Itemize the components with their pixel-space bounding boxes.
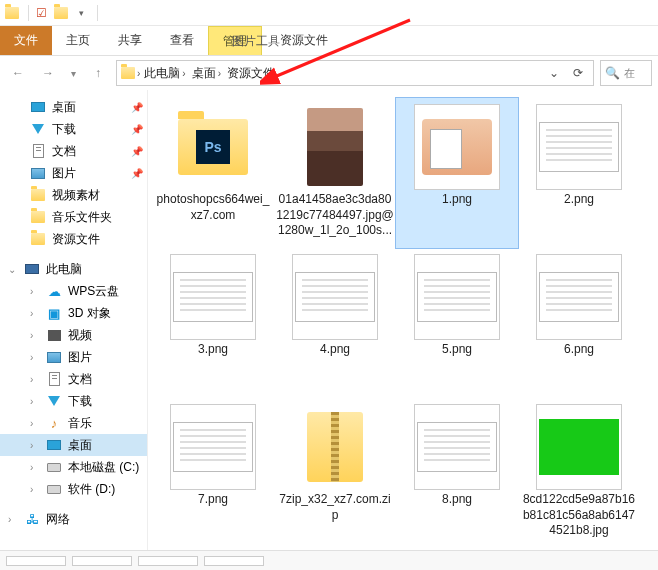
breadcrumb-item[interactable]: 此电脑› <box>142 65 187 82</box>
sidebar-item[interactable]: 资源文件 <box>0 228 147 250</box>
expand-icon[interactable]: › <box>30 308 40 319</box>
nav-up-button[interactable]: ↑ <box>86 61 110 85</box>
file-item[interactable]: 7.png <box>152 398 274 548</box>
file-thumbnail <box>536 254 622 340</box>
sidebar-item[interactable]: ›▣3D 对象 <box>0 302 147 324</box>
file-item[interactable]: Psphotoshopcs664wei_xz7.com <box>152 98 274 248</box>
sidebar-network[interactable]: › 🖧 网络 <box>0 508 147 530</box>
sidebar-label: 文档 <box>68 371 92 388</box>
sidebar-item[interactable]: 图片📌 <box>0 162 147 184</box>
file-item[interactable]: 6.png <box>518 248 640 398</box>
file-item[interactable]: 4.png <box>274 248 396 398</box>
file-item[interactable]: 8.png <box>396 398 518 548</box>
title-bar: ☑ ▾ <box>0 0 658 26</box>
desktop-icon <box>30 99 46 115</box>
download-icon <box>46 393 62 409</box>
file-list[interactable]: Psphotoshopcs664wei_xz7.com01a41458ae3c3… <box>148 90 658 550</box>
sidebar-item[interactable]: ›♪音乐 <box>0 412 147 434</box>
pin-icon: 📌 <box>131 168 143 179</box>
sidebar-label: 桌面 <box>68 437 92 454</box>
ribbon-tab-home[interactable]: 主页 <box>52 26 104 55</box>
sidebar-label: 音乐 <box>68 415 92 432</box>
navigation-pane[interactable]: 桌面📌下载📌文档📌图片📌视频素材音乐文件夹资源文件 ⌄ 此电脑 ›☁WPS云盘›… <box>0 90 148 550</box>
ribbon-tab-file[interactable]: 文件 <box>0 26 52 55</box>
desktop-icon <box>46 437 62 453</box>
file-thumbnail <box>536 404 622 490</box>
cloud-icon: ☁ <box>46 283 62 299</box>
network-icon: 🖧 <box>24 511 40 527</box>
expand-icon[interactable]: › <box>30 418 40 429</box>
nav-back-button[interactable]: ← <box>6 61 30 85</box>
drive-icon <box>46 459 62 475</box>
expand-icon[interactable]: › <box>30 352 40 363</box>
sidebar-item[interactable]: 文档📌 <box>0 140 147 162</box>
breadcrumb-item[interactable]: 桌面› <box>190 65 223 82</box>
sidebar-item[interactable]: ›☁WPS云盘 <box>0 280 147 302</box>
sidebar-label: 视频 <box>68 327 92 344</box>
file-item[interactable]: 2.png <box>518 98 640 248</box>
file-thumbnail: Ps <box>170 104 256 190</box>
file-name: 3.png <box>154 342 272 358</box>
folder-icon <box>30 209 46 225</box>
file-name: 6.png <box>520 342 638 358</box>
sidebar-item[interactable]: ›本地磁盘 (C:) <box>0 456 147 478</box>
sidebar-label: 资源文件 <box>52 231 100 248</box>
expand-icon[interactable]: › <box>30 330 40 341</box>
expand-icon[interactable]: › <box>30 286 40 297</box>
qat-properties-icon[interactable]: ☑ <box>33 5 49 21</box>
qat-folder-icon[interactable] <box>53 5 69 21</box>
file-item[interactable]: 3.png <box>152 248 274 398</box>
expand-icon[interactable]: › <box>30 484 40 495</box>
ribbon-tab-view[interactable]: 查看 <box>156 26 208 55</box>
sidebar-item[interactable]: ›下载 <box>0 390 147 412</box>
pc-icon <box>24 261 40 277</box>
expand-icon[interactable]: › <box>30 462 40 473</box>
expand-icon[interactable]: › <box>30 440 40 451</box>
ribbon-tab-share[interactable]: 共享 <box>104 26 156 55</box>
sidebar-item[interactable]: ›文档 <box>0 368 147 390</box>
search-input[interactable]: 🔍 在 <box>600 60 652 86</box>
3d-icon: ▣ <box>46 305 62 321</box>
video-icon <box>46 327 62 343</box>
file-item[interactable]: 8cd122cd5e9a87b16b81c81c56a8ab61474521b8… <box>518 398 640 548</box>
sidebar-item[interactable]: 视频素材 <box>0 184 147 206</box>
qat-dropdown-icon[interactable]: ▾ <box>73 5 89 21</box>
file-thumbnail <box>292 104 378 190</box>
file-item[interactable]: 01a41458ae3c3da801219c77484497.jpg@1280w… <box>274 98 396 248</box>
sidebar-item[interactable]: ›软件 (D:) <box>0 478 147 500</box>
file-name: 8.png <box>398 492 516 508</box>
file-item[interactable]: 5.png <box>396 248 518 398</box>
sidebar-item[interactable]: ›视频 <box>0 324 147 346</box>
expand-icon[interactable]: › <box>30 374 40 385</box>
refresh-icon[interactable]: ⟳ <box>567 62 589 84</box>
expand-icon[interactable]: › <box>8 514 18 525</box>
sidebar-item[interactable]: 音乐文件夹 <box>0 206 147 228</box>
address-dropdown-icon[interactable]: ⌄ <box>543 62 565 84</box>
file-item[interactable]: 7zip_x32_xz7.com.zip <box>274 398 396 548</box>
file-name: 7zip_x32_xz7.com.zip <box>276 492 394 523</box>
sidebar-label: WPS云盘 <box>68 283 119 300</box>
file-name: photoshopcs664wei_xz7.com <box>154 192 272 223</box>
file-name: 4.png <box>276 342 394 358</box>
ribbon-context-head[interactable]: 管理 <box>208 26 262 55</box>
sidebar-label: 软件 (D:) <box>68 481 115 498</box>
ribbon-context-title: 资源文件 <box>262 26 346 55</box>
address-bar[interactable]: › 此电脑› 桌面› 资源文件 ⌄ ⟳ <box>116 60 594 86</box>
expand-icon[interactable]: › <box>30 396 40 407</box>
sidebar-item[interactable]: ›桌面 <box>0 434 147 456</box>
sidebar-label: 图片 <box>68 349 92 366</box>
file-name: 5.png <box>398 342 516 358</box>
breadcrumb-item[interactable]: 资源文件 <box>225 65 277 82</box>
picture-icon <box>30 165 46 181</box>
sidebar-label: 本地磁盘 (C:) <box>68 459 139 476</box>
sidebar-item[interactable]: ›图片 <box>0 346 147 368</box>
sidebar-item[interactable]: 桌面📌 <box>0 96 147 118</box>
expand-icon[interactable]: ⌄ <box>8 264 18 275</box>
sidebar-this-pc[interactable]: ⌄ 此电脑 <box>0 258 147 280</box>
file-item[interactable]: 1.png <box>396 98 518 248</box>
file-thumbnail <box>292 404 378 490</box>
nav-recent-dropdown[interactable]: ▾ <box>66 61 80 85</box>
sidebar-item[interactable]: 下载📌 <box>0 118 147 140</box>
sidebar-label: 图片 <box>52 165 76 182</box>
picture-icon <box>46 349 62 365</box>
